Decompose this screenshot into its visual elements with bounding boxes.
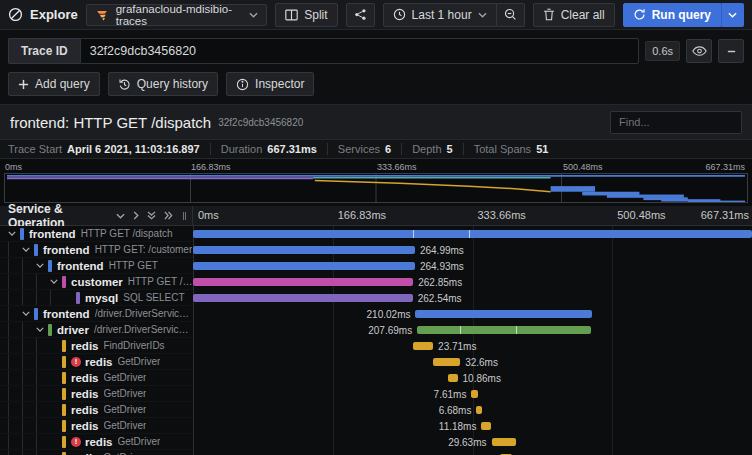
- span-timeline-cell[interactable]: 23.71ms: [193, 338, 752, 354]
- span-row[interactable]: ! frontend /driver.DriverService/FindNea…: [0, 306, 752, 322]
- span-bar[interactable]: [481, 422, 490, 430]
- span-timeline-cell[interactable]: 7.61ms: [193, 386, 752, 402]
- split-button[interactable]: Split: [275, 3, 337, 27]
- span-name-cell[interactable]: ! redis GetDriver: [0, 386, 193, 402]
- span-name-cell[interactable]: ! redis FindDriverIDs: [0, 338, 193, 354]
- share-button[interactable]: [346, 3, 375, 27]
- span-name-cell[interactable]: ! frontend HTTP GET: [0, 258, 193, 274]
- tree-guide: [22, 338, 36, 354]
- span-timeline-cell[interactable]: [193, 450, 752, 455]
- remove-query-button[interactable]: [718, 39, 744, 63]
- span-bar[interactable]: [433, 358, 460, 366]
- run-query-dropdown-button[interactable]: [721, 3, 744, 27]
- disable-query-button[interactable]: [686, 39, 712, 63]
- span-timeline-cell[interactable]: 29.63ms: [193, 434, 752, 450]
- zoom-out-time-button[interactable]: [497, 3, 525, 27]
- collapse-all-icon[interactable]: [147, 211, 156, 220]
- span-timeline-cell[interactable]: 10.86ms: [193, 370, 752, 386]
- span-row[interactable]: ! redis GetDriver 32.6ms: [0, 354, 752, 370]
- expand-one-icon[interactable]: [133, 211, 139, 220]
- query-history-label: Query history: [137, 77, 208, 91]
- span-bar[interactable]: [417, 326, 591, 334]
- span-name-cell[interactable]: ! redis GetDriver: [0, 354, 193, 370]
- span-name-cell[interactable]: ! redis GetDriver: [0, 450, 193, 455]
- span-name-cell[interactable]: ! customer HTTP GET /customer: [0, 274, 193, 290]
- span-row[interactable]: ! redis GetDriver 6.68ms: [0, 402, 752, 418]
- span-bar[interactable]: [193, 230, 752, 238]
- trace-minimap[interactable]: 0ms166.83ms333.66ms500.48ms667.31ms: [0, 159, 752, 206]
- span-color-indicator: [48, 260, 52, 272]
- chevron-down-icon[interactable]: [22, 247, 30, 252]
- span-timeline-cell[interactable]: 207.69ms: [193, 322, 752, 338]
- span-row[interactable]: ! redis GetDriver 11.18ms: [0, 418, 752, 434]
- trace-id-input[interactable]: [80, 38, 640, 64]
- tree-guide: [22, 418, 36, 434]
- span-name-cell[interactable]: ! redis GetDriver: [0, 370, 193, 386]
- span-row[interactable]: ! frontend HTTP GET 264.93ms: [0, 258, 752, 274]
- span-timeline-cell[interactable]: 210.02ms: [193, 306, 752, 322]
- span-name-cell[interactable]: ! frontend /driver.DriverService/FindNea…: [0, 306, 193, 322]
- span-row[interactable]: ! redis GetDriver 10.86ms: [0, 370, 752, 386]
- summary-item: Trace StartApril 6 2021, 11:03:16.897: [8, 143, 210, 155]
- span-bar[interactable]: [492, 438, 517, 446]
- span-service-name: redis: [71, 452, 99, 455]
- span-row[interactable]: ! frontend HTTP GET: /customer 264.99ms: [0, 242, 752, 258]
- collapse-one-icon[interactable]: [116, 213, 125, 219]
- split-label: Split: [304, 8, 327, 22]
- clear-all-button[interactable]: Clear all: [533, 3, 615, 27]
- add-query-button[interactable]: Add query: [8, 72, 100, 96]
- span-bar[interactable]: [193, 262, 415, 270]
- summary-value: 51: [536, 143, 548, 155]
- span-color-indicator: [62, 420, 66, 432]
- chevron-down-icon[interactable]: [8, 231, 16, 236]
- span-row[interactable]: ! frontend HTTP GET /dispatch: [0, 226, 752, 242]
- span-name-cell[interactable]: ! frontend HTTP GET /dispatch: [0, 226, 193, 242]
- span-bar[interactable]: [193, 278, 413, 286]
- chevron-down-icon[interactable]: [36, 327, 44, 332]
- span-timeline-cell[interactable]: [193, 226, 752, 242]
- span-name-cell[interactable]: ! redis GetDriver: [0, 418, 193, 434]
- column-resizer[interactable]: [181, 212, 188, 220]
- span-bar[interactable]: [448, 374, 457, 382]
- span-name-cell[interactable]: ! redis GetDriver: [0, 402, 193, 418]
- tree-guide: [8, 306, 22, 322]
- span-duration-label: 210.02ms: [367, 309, 411, 320]
- span-bar[interactable]: [413, 342, 433, 350]
- span-row[interactable]: ! redis GetDriver: [0, 450, 752, 455]
- chevron-down-icon[interactable]: [50, 279, 58, 284]
- tree-guide: [50, 290, 64, 306]
- run-query-button[interactable]: Run query: [623, 3, 721, 27]
- span-timeline-cell[interactable]: 32.6ms: [193, 354, 752, 370]
- span-bar[interactable]: [471, 390, 477, 398]
- span-bar[interactable]: [415, 310, 591, 318]
- span-bar[interactable]: [476, 406, 482, 414]
- datasource-picker[interactable]: grafanacloud-mdisibio-traces: [86, 4, 268, 26]
- span-row[interactable]: ! redis FindDriverIDs 23.71ms: [0, 338, 752, 354]
- span-timeline-cell[interactable]: 11.18ms: [193, 418, 752, 434]
- span-row[interactable]: ! mysql SQL SELECT 262.54ms: [0, 290, 752, 306]
- span-row[interactable]: ! redis GetDriver 29.63ms: [0, 434, 752, 450]
- span-timeline-cell[interactable]: 262.54ms: [193, 290, 752, 306]
- span-operation-name: GetDriver: [104, 420, 147, 431]
- span-timeline-cell[interactable]: 6.68ms: [193, 402, 752, 418]
- span-bar[interactable]: [193, 294, 413, 302]
- span-timeline-cell[interactable]: 264.99ms: [193, 242, 752, 258]
- chevron-down-icon[interactable]: [22, 311, 30, 316]
- span-row[interactable]: ! redis GetDriver 7.61ms: [0, 386, 752, 402]
- span-name-cell[interactable]: ! frontend HTTP GET: /customer: [0, 242, 193, 258]
- span-name-cell[interactable]: ! redis GetDriver: [0, 434, 193, 450]
- span-name-cell[interactable]: ! mysql SQL SELECT: [0, 290, 193, 306]
- span-name-cell[interactable]: ! driver /driver.DriverService/FindNeare…: [0, 322, 193, 338]
- inspector-button[interactable]: Inspector: [226, 72, 314, 96]
- span-row[interactable]: ! driver /driver.DriverService/FindNeare…: [0, 322, 752, 338]
- span-row[interactable]: ! customer HTTP GET /customer 262.85ms: [0, 274, 752, 290]
- time-range-button[interactable]: Last 1 hour: [383, 3, 497, 27]
- query-history-button[interactable]: Query history: [108, 72, 218, 96]
- span-timeline-cell[interactable]: 262.85ms: [193, 274, 752, 290]
- span-bar[interactable]: [193, 246, 415, 254]
- expand-all-icon[interactable]: [164, 211, 173, 220]
- chevron-down-icon[interactable]: [36, 263, 44, 268]
- span-timeline-cell[interactable]: 264.93ms: [193, 258, 752, 274]
- minimap-canvas[interactable]: [4, 173, 748, 203]
- find-input[interactable]: [610, 111, 742, 134]
